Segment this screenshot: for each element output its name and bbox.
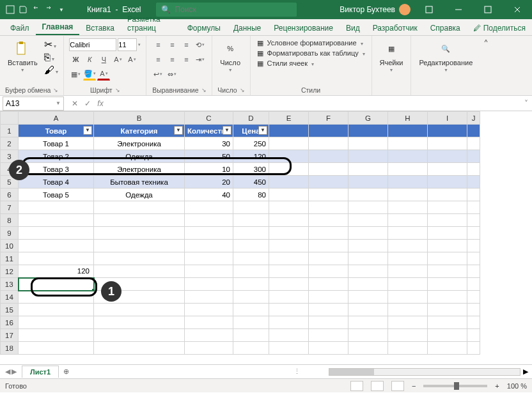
row-header[interactable]: 1 [1, 125, 19, 137]
number-dialog-icon[interactable]: ↘ [240, 87, 245, 93]
cell[interactable]: Товар 3 [19, 163, 94, 176]
zoom-slider[interactable] [423, 385, 487, 387]
increase-font-icon[interactable]: A [111, 53, 124, 66]
autosave-icon[interactable] [5, 4, 15, 15]
zoom-out-icon[interactable]: − [412, 382, 416, 390]
wrap-text-icon[interactable]: ↩ [152, 68, 164, 81]
align-right-icon[interactable]: ≡ [180, 53, 192, 66]
worksheet-grid[interactable]: A B C D E F G H I J 1 Товар▼ Категория▼ … [0, 111, 532, 355]
tab-help[interactable]: Справка [424, 20, 467, 35]
row-header[interactable]: 16 [1, 316, 19, 329]
editing-button[interactable]: 🔍 Редактирование ▼ [416, 38, 475, 73]
sheet-nav-prev-icon[interactable]: ◀ [5, 367, 10, 376]
table-header-cell[interactable]: Цена▼ [233, 125, 269, 137]
minimize-icon[interactable] [444, 0, 473, 19]
row-header[interactable]: 7 [1, 201, 19, 214]
close-icon[interactable] [503, 0, 532, 19]
qat-dropdown-icon[interactable]: ▼ [56, 4, 66, 15]
row-header[interactable]: 11 [1, 252, 19, 265]
search-input[interactable] [175, 5, 292, 14]
underline-button[interactable]: Ч [97, 53, 110, 66]
collapse-ribbon-icon[interactable]: ˄ [480, 36, 492, 95]
cell[interactable]: Товар 5 [19, 189, 94, 201]
table-header-cell[interactable]: Товар▼ [19, 125, 94, 137]
cell[interactable]: 120 [233, 150, 269, 163]
ribbon-options-icon[interactable] [414, 0, 444, 19]
cell[interactable]: Бытовая техника [94, 176, 185, 189]
copy-button[interactable]: ⎘ [44, 52, 58, 63]
tab-developer[interactable]: Разработчик [366, 20, 424, 35]
borders-button[interactable]: ▦ [69, 68, 82, 81]
cell[interactable]: 80 [233, 189, 269, 201]
tab-insert[interactable]: Вставка [79, 20, 121, 35]
save-icon[interactable] [18, 4, 28, 15]
row-header[interactable]: 9 [1, 227, 19, 240]
fill-color-button[interactable]: 🪣 [83, 68, 96, 81]
row-header[interactable]: 10 [1, 240, 19, 252]
tab-formulas[interactable]: Формулы [181, 20, 227, 35]
tab-page-layout[interactable]: Разметка страниц [121, 12, 181, 35]
col-header[interactable]: F [309, 112, 348, 125]
cell[interactable]: 250 [233, 137, 269, 150]
table-header-cell[interactable]: Категория▼ [94, 125, 185, 137]
cell[interactable]: Товар 2 [19, 150, 94, 163]
scroll-right-icon[interactable]: ▶ [523, 367, 528, 376]
cell[interactable]: Одежда [94, 150, 185, 163]
filter-icon[interactable]: ▼ [83, 126, 92, 135]
sheet-nav-next-icon[interactable]: ▶ [12, 367, 17, 376]
tab-view[interactable]: Вид [340, 20, 366, 35]
merge-icon[interactable]: ⇔ [166, 68, 178, 81]
cell[interactable]: Товар 4 [19, 176, 94, 189]
align-middle-icon[interactable]: ≡ [166, 38, 178, 51]
tab-home[interactable]: Главная [36, 19, 80, 35]
share-button[interactable]: 🖉 Поделиться [467, 21, 532, 35]
page-layout-view-icon[interactable] [371, 381, 384, 391]
orientation-icon[interactable]: ⟲ [194, 38, 207, 51]
col-header[interactable]: I [428, 112, 467, 125]
zoom-in-icon[interactable]: + [495, 382, 499, 390]
row-header[interactable]: 8 [1, 214, 19, 227]
cell-a13-selected[interactable] [19, 278, 94, 291]
maximize-icon[interactable] [473, 0, 503, 19]
font-size-input[interactable] [118, 38, 137, 51]
cell[interactable]: 50 [185, 150, 233, 163]
cell[interactable]: Электроника [94, 163, 185, 176]
undo-icon[interactable] [31, 4, 41, 15]
select-all-corner[interactable] [1, 112, 19, 125]
align-top-icon[interactable]: ≡ [152, 38, 164, 51]
clipboard-dialog-icon[interactable]: ↘ [53, 87, 58, 93]
font-name-input[interactable] [69, 38, 116, 51]
row-header[interactable]: 5 [1, 176, 19, 189]
row-header[interactable]: 3 [1, 150, 19, 163]
format-as-table-button[interactable]: ▦Форматировать как таблицу [256, 49, 365, 58]
fx-icon[interactable]: fx [95, 99, 106, 108]
user-account[interactable]: Виктор Бухтеев [336, 4, 414, 15]
cut-button[interactable]: ✂ [44, 38, 58, 50]
font-color-button[interactable]: A [97, 68, 110, 81]
cell[interactable]: 10 [185, 163, 233, 176]
indent-icon[interactable]: ⇥ [194, 53, 207, 66]
col-header[interactable]: B [94, 112, 185, 125]
cells-button[interactable]: ▦ Ячейки ▼ [377, 38, 406, 73]
row-header[interactable]: 4 [1, 163, 19, 176]
cell[interactable]: Электроника [94, 137, 185, 150]
conditional-format-button[interactable]: ▦Условное форматирование [256, 38, 365, 47]
enter-formula-icon[interactable]: ✓ [82, 99, 93, 108]
row-header[interactable]: 17 [1, 329, 19, 342]
col-header[interactable]: C [185, 112, 233, 125]
cell[interactable]: Одежда [94, 189, 185, 201]
bold-button[interactable]: Ж [69, 53, 82, 66]
tab-file[interactable]: Файл [4, 20, 36, 35]
redo-icon[interactable] [43, 4, 54, 15]
row-header[interactable]: 15 [1, 304, 19, 316]
align-bottom-icon[interactable]: ≡ [180, 38, 192, 51]
paste-button[interactable]: Вставить ▼ [5, 38, 40, 73]
row-header[interactable]: 6 [1, 189, 19, 201]
horizontal-scrollbar[interactable] [329, 368, 520, 376]
col-header[interactable]: G [348, 112, 388, 125]
number-format-button[interactable]: % Число ▼ [217, 38, 243, 73]
cell[interactable]: 40 [185, 189, 233, 201]
formula-input[interactable] [109, 96, 520, 111]
cell-a12[interactable]: 120 [19, 265, 94, 278]
tab-review[interactable]: Рецензирование [267, 20, 340, 35]
